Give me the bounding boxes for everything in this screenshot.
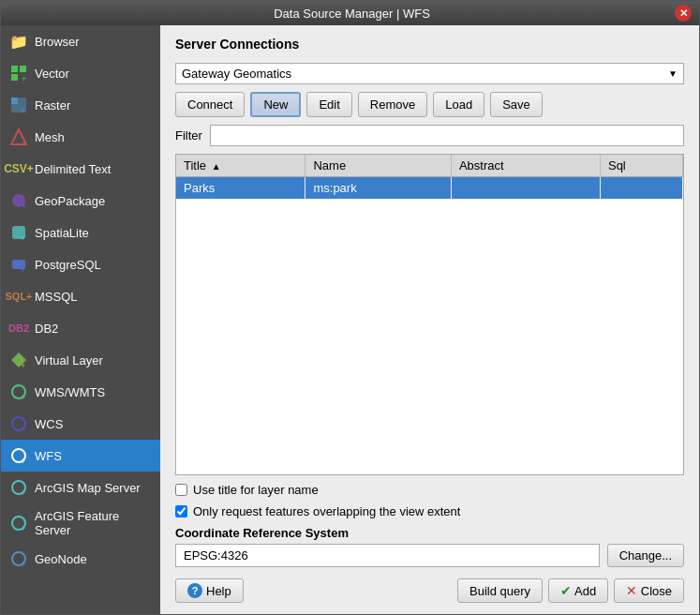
sidebar-item-arcgis-map[interactable]: + ArcGIS Map Server bbox=[1, 472, 160, 503]
sidebar-label-geonode: GeoNode bbox=[35, 552, 87, 566]
sidebar-item-vector[interactable]: + Vector bbox=[1, 57, 160, 89]
sidebar-label-spatialite: SpatiaLite bbox=[35, 226, 89, 240]
row-name: ms:park bbox=[305, 177, 451, 200]
svg-text:+: + bbox=[21, 265, 25, 274]
filter-row: Filter bbox=[175, 125, 684, 146]
svg-text:+: + bbox=[21, 233, 25, 242]
sidebar-label-mesh: Mesh bbox=[35, 130, 65, 144]
sidebar-label-virtual: Virtual Layer bbox=[35, 353, 103, 368]
svg-rect-1 bbox=[20, 66, 26, 72]
use-title-label: Use title for layer name bbox=[193, 483, 319, 497]
sidebar-item-wfs[interactable]: + WFS bbox=[1, 440, 160, 472]
svg-text:+: + bbox=[22, 202, 26, 210]
geonode-icon: + bbox=[8, 548, 29, 569]
browser-icon: 📁 bbox=[8, 31, 29, 52]
load-button[interactable]: Load bbox=[433, 92, 484, 117]
arcgis-feat-icon: + bbox=[8, 513, 29, 533]
svg-text:+: + bbox=[21, 106, 25, 114]
col-header-abstract[interactable]: Abstract bbox=[451, 155, 600, 177]
add-button[interactable]: ✔ Add bbox=[548, 578, 608, 603]
remove-button[interactable]: Remove bbox=[358, 92, 427, 117]
spatialite-icon: + bbox=[8, 222, 29, 243]
build-query-button[interactable]: Build query bbox=[457, 578, 543, 603]
sidebar-item-mesh[interactable]: + Mesh bbox=[1, 121, 160, 153]
sidebar-item-wms[interactable]: + WMS/WMTS bbox=[1, 376, 160, 408]
sidebar-item-wcs[interactable]: + WCS bbox=[1, 408, 160, 440]
add-label: Add bbox=[574, 584, 596, 598]
filter-input[interactable] bbox=[210, 125, 684, 146]
help-button[interactable]: ? Help bbox=[175, 578, 244, 603]
row-abstract bbox=[451, 177, 600, 200]
footer-right-buttons: Build query ✔ Add ✕ Close bbox=[457, 578, 684, 603]
sidebar-item-delimited[interactable]: CSV+ Delimited Text bbox=[1, 153, 160, 185]
svg-rect-0 bbox=[11, 66, 18, 72]
sidebar-item-db2[interactable]: DB2 DB2 bbox=[1, 312, 160, 344]
sidebar-label-wms: WMS/WMTS bbox=[35, 385, 105, 399]
help-label: Help bbox=[206, 584, 231, 598]
only-request-row: Only request features overlapping the vi… bbox=[175, 504, 684, 518]
col-header-name[interactable]: Name bbox=[305, 155, 451, 177]
titlebar: Data Source Manager | WFS ✕ bbox=[1, 1, 699, 25]
col-header-sql[interactable]: Sql bbox=[600, 155, 682, 177]
sort-arrow-icon: ▲ bbox=[212, 161, 221, 172]
new-button[interactable]: New bbox=[250, 92, 301, 117]
help-icon: ? bbox=[187, 583, 202, 598]
sidebar-label-arcgis-feat: ArcGIS Feature Server bbox=[35, 509, 153, 537]
svg-text:+: + bbox=[21, 425, 25, 433]
crs-section-label: Coordinate Reference System bbox=[175, 526, 684, 540]
sidebar-label-geopackage: GeoPackage bbox=[35, 194, 105, 208]
change-crs-button[interactable]: Change... bbox=[607, 544, 684, 567]
virtual-icon: + bbox=[8, 350, 29, 370]
sidebar-label-wcs: WCS bbox=[35, 417, 63, 431]
save-button[interactable]: Save bbox=[490, 92, 543, 117]
use-title-checkbox[interactable] bbox=[175, 484, 187, 496]
sidebar-label-raster: Raster bbox=[35, 98, 70, 112]
col-header-title[interactable]: Title ▲ bbox=[176, 155, 305, 177]
edit-button[interactable]: Edit bbox=[306, 92, 351, 117]
geopackage-icon: + bbox=[8, 190, 29, 211]
row-title: Parks bbox=[176, 177, 305, 200]
wms-icon: + bbox=[8, 382, 29, 402]
sidebar-label-browser: Browser bbox=[35, 35, 80, 49]
svg-rect-5 bbox=[11, 98, 18, 104]
svg-text:+: + bbox=[21, 457, 25, 465]
postgresql-icon: + bbox=[8, 254, 29, 275]
sidebar-item-arcgis-feat[interactable]: + ArcGIS Feature Server bbox=[1, 503, 160, 543]
sidebar-item-raster[interactable]: + Raster bbox=[1, 89, 160, 121]
sidebar-item-mssql[interactable]: SQL+ MSSQL bbox=[1, 280, 160, 312]
svg-text:+: + bbox=[22, 138, 26, 146]
sidebar-item-browser[interactable]: 📁 Browser bbox=[1, 25, 160, 57]
sidebar-item-virtual[interactable]: + Virtual Layer bbox=[1, 344, 160, 376]
sidebar-item-postgresql[interactable]: + PostgreSQL bbox=[1, 248, 160, 280]
sidebar-label-arcgis-map: ArcGIS Map Server bbox=[35, 481, 141, 495]
window-title: Data Source Manager | WFS bbox=[29, 7, 675, 21]
sidebar-item-spatialite[interactable]: + SpatiaLite bbox=[1, 217, 160, 248]
sidebar: 📁 Browser + Vector + Raster + Mesh bbox=[1, 25, 160, 614]
svg-text:+: + bbox=[21, 361, 25, 369]
sidebar-label-vector: Vector bbox=[35, 67, 69, 81]
filter-label: Filter bbox=[175, 128, 202, 142]
connection-buttons: Connect New Edit Remove Load Save bbox=[175, 92, 684, 117]
close-button[interactable]: ✕ Close bbox=[614, 578, 684, 603]
table-row[interactable]: Parks ms:park bbox=[176, 177, 683, 200]
arcgis-map-icon: + bbox=[8, 477, 29, 498]
wfs-icon: + bbox=[8, 445, 29, 466]
svg-text:+: + bbox=[22, 74, 26, 82]
db2-icon: DB2 bbox=[8, 318, 29, 338]
dropdown-arrow-icon: ▼ bbox=[668, 68, 678, 79]
wcs-icon: + bbox=[8, 413, 29, 434]
only-request-checkbox[interactable] bbox=[175, 505, 187, 518]
crs-row: EPSG:4326 Change... bbox=[175, 544, 684, 567]
main-content: 📁 Browser + Vector + Raster + Mesh bbox=[1, 25, 699, 614]
sidebar-label-mssql: MSSQL bbox=[35, 290, 78, 304]
server-combobox[interactable]: Gateway Geomatics ▼ bbox=[175, 63, 684, 84]
sidebar-item-geopackage[interactable]: + GeoPackage bbox=[1, 185, 160, 217]
server-selected-value: Gateway Geomatics bbox=[182, 67, 291, 81]
window-close-button[interactable]: ✕ bbox=[675, 5, 692, 22]
delimited-icon: CSV+ bbox=[8, 158, 29, 179]
close-x-icon: ✕ bbox=[626, 583, 637, 598]
mesh-icon: + bbox=[8, 127, 29, 147]
connect-button[interactable]: Connect bbox=[175, 92, 245, 117]
close-label: Close bbox=[641, 584, 672, 598]
sidebar-item-geonode[interactable]: + GeoNode bbox=[1, 543, 160, 575]
